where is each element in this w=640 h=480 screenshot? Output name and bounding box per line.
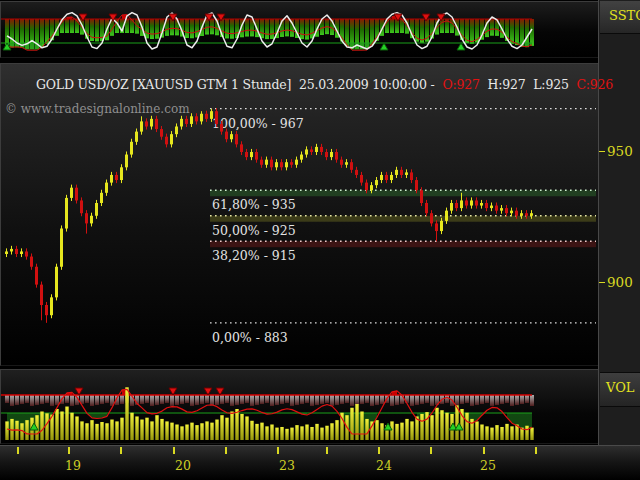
ssto-indicator-panel[interactable] — [0, 1, 598, 58]
volume-bar — [210, 423, 213, 440]
volume-indicator-panel[interactable] — [0, 369, 598, 444]
volume-bar — [275, 428, 278, 440]
volume-bar — [320, 428, 323, 440]
volume-bar — [160, 419, 163, 440]
candle-body — [65, 198, 68, 229]
candle-body — [370, 185, 373, 190]
volume-overlay-bar — [265, 395, 269, 403]
candle-body — [10, 249, 13, 252]
ssto-histogram-bar — [70, 19, 74, 33]
volume-overlay-bar — [145, 395, 149, 403]
ssto-histogram-bar — [305, 19, 309, 40]
price-axis-sidebar[interactable]: SSTO VOL 950900 — [598, 0, 640, 445]
volume-overlay-bar — [55, 395, 59, 405]
candle-body — [340, 160, 343, 165]
volume-overlay-bar — [355, 395, 359, 405]
vol-indicator-label-box[interactable]: VOL — [600, 372, 640, 407]
volume-overlay-bar — [250, 395, 254, 406]
volume-bar — [365, 419, 368, 440]
volume-bar — [80, 421, 83, 440]
ssto-histogram-bar — [225, 19, 229, 38]
candle-body — [50, 297, 53, 315]
volume-bar — [380, 423, 383, 440]
candle-body — [420, 190, 423, 203]
volume-overlay-bar — [40, 395, 44, 404]
candle-body — [255, 152, 258, 160]
candle-body — [215, 111, 218, 124]
ssto-indicator-label-box[interactable]: SSTO — [600, 1, 640, 34]
volume-chart-canvas[interactable] — [1, 370, 597, 443]
time-axis[interactable]: 1920232425 — [0, 445, 640, 480]
candle-body — [325, 152, 328, 157]
candle-body — [445, 211, 448, 221]
volume-bar — [315, 424, 318, 440]
candle-body — [415, 180, 418, 190]
fib-level-label: 61,80% - 935 — [212, 197, 296, 212]
high-value: H:927 — [488, 77, 526, 92]
volume-bar — [425, 412, 428, 440]
volume-overlay-bar — [275, 395, 279, 405]
volume-bar — [165, 421, 168, 440]
candle-body — [315, 147, 318, 152]
candle-body — [270, 160, 273, 168]
time-axis-tick — [68, 447, 70, 454]
price-axis-tick — [599, 151, 605, 152]
candle-body — [265, 160, 268, 165]
time-axis-label: 19 — [65, 458, 81, 473]
sell-signal-icon — [75, 388, 83, 395]
ssto-label: SSTO — [609, 8, 640, 23]
volume-overlay-bar — [45, 395, 49, 403]
candle-body — [145, 121, 148, 126]
volume-bar — [70, 413, 73, 440]
candle-body — [125, 155, 128, 168]
candle-body — [410, 172, 413, 180]
volume-bar — [75, 416, 78, 440]
volume-overlay-bar — [70, 395, 74, 406]
ssto-chart-canvas[interactable] — [1, 2, 597, 57]
ssto-histogram-bar — [65, 19, 69, 33]
ssto-histogram-bar — [230, 19, 234, 39]
volume-overlay-bar — [220, 395, 224, 404]
volume-bar — [40, 411, 43, 440]
volume-bar — [100, 422, 103, 440]
volume-overlay-bar — [225, 395, 229, 403]
volume-bar — [495, 425, 498, 440]
candle-body — [360, 175, 363, 183]
volume-bar — [175, 425, 178, 441]
volume-overlay-bar — [195, 395, 199, 405]
volume-overlay-bar — [370, 395, 374, 406]
volume-bar — [310, 427, 313, 440]
volume-overlay-bar — [475, 395, 479, 405]
candle-body — [90, 216, 93, 224]
trading-chart-window: GOLD USD/OZ [XAUUSD GTM 1 Stunde] 25.03.… — [0, 0, 640, 480]
volume-overlay-bar — [395, 395, 399, 405]
candle-body — [175, 127, 178, 135]
time-axis-tick — [378, 447, 380, 454]
volume-overlay-bar — [285, 395, 289, 403]
ssto-histogram-bar — [170, 19, 174, 35]
volume-bar — [55, 409, 58, 440]
volume-bar — [5, 421, 8, 440]
candle-body — [160, 129, 163, 137]
volume-bar — [465, 413, 468, 440]
volume-overlay-bar — [25, 395, 29, 403]
candle-body — [285, 162, 288, 167]
sell-signal-icon — [169, 388, 177, 395]
volume-overlay-bar — [95, 395, 99, 405]
volume-bar — [350, 408, 353, 440]
ssto-histogram-bar — [150, 19, 154, 39]
volume-bar — [360, 411, 363, 440]
candle-body — [320, 147, 323, 152]
candle-body — [60, 229, 63, 267]
candle-body — [355, 170, 358, 175]
candle-body — [510, 211, 513, 214]
candle-body — [290, 162, 293, 165]
candle-body — [345, 162, 348, 165]
volume-bar — [245, 416, 248, 440]
volume-bar — [115, 421, 118, 440]
volume-overlay-bar — [340, 395, 344, 404]
candle-body — [100, 193, 103, 203]
time-axis-label: 24 — [376, 458, 392, 473]
datetime-label: 25.03.2009 10:00:00 - — [299, 77, 435, 92]
time-axis-tick — [120, 447, 122, 454]
